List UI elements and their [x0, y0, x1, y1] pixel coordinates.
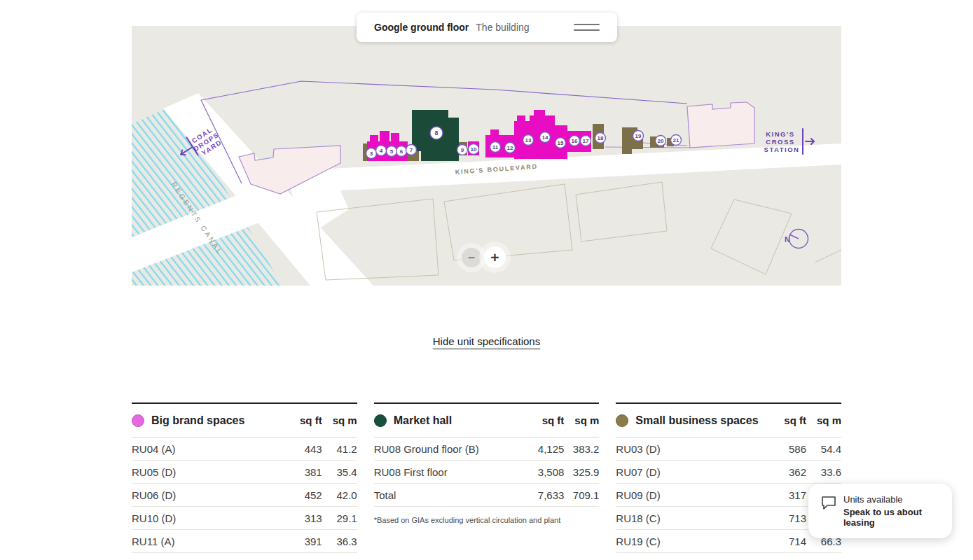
map-graphic: 3456789101112131415161718192021 COAL DRO… [132, 26, 841, 286]
unit-marker-20[interactable] [656, 136, 666, 146]
unit-sqft: 7,633 [516, 489, 564, 501]
unit-marker-5[interactable] [387, 146, 397, 157]
site-map[interactable]: 3456789101112131415161718192021 COAL DRO… [132, 26, 841, 286]
unit-sqft: 313 [275, 512, 322, 524]
unit-name: RU03 (D) [616, 443, 759, 455]
col-sqft: sq ft [516, 414, 564, 426]
spec-tables: Big brand spaces sq ft sq m RU04 (A)4434… [132, 402, 841, 560]
unit-sqft: 586 [759, 443, 806, 455]
kings-cross-station-label: KING'S CROSS STATION [764, 130, 800, 153]
menu-icon[interactable] [574, 24, 600, 31]
unit-name: RU09 (D) [616, 489, 759, 501]
unit-name: RU19 (C) [616, 536, 759, 547]
unit-sqft: 317 [759, 489, 806, 501]
table-row: RU03 (D)58654.4 [616, 438, 841, 461]
table-title: Big brand spaces [151, 414, 275, 427]
unit-sqm: 29.1 [322, 512, 357, 524]
col-sqft: sq ft [275, 414, 322, 426]
zoom-out-button[interactable]: − [462, 248, 481, 267]
table-row: RU06 (D)45242.0 [132, 484, 357, 507]
unit-name: RU04 (A) [132, 443, 275, 455]
spec-table-small-business: Small business spaces sq ft sq m RU03 (D… [616, 402, 841, 560]
unit-name: Total [374, 489, 517, 501]
table-row: RU12 (F)55251.3 [132, 553, 357, 560]
zoom-in-button[interactable]: + [484, 246, 506, 268]
unit-marker-15[interactable] [555, 138, 566, 148]
unit-marker-16[interactable] [570, 136, 580, 146]
unit-sqft: 4,125 [516, 443, 564, 455]
unit-marker-17[interactable] [581, 136, 591, 146]
unit-marker-21[interactable] [671, 135, 682, 146]
table-row: RU18 (C)713 [616, 507, 841, 530]
unit-name: RU08 Ground floor (B) [374, 443, 517, 455]
unit-marker-8[interactable] [430, 127, 443, 139]
unit-marker-13[interactable] [523, 135, 534, 146]
units-available-toast[interactable]: Units available Speak to us about leasin… [808, 484, 952, 538]
unit-sqm: 383.2 [564, 443, 599, 455]
unit-marker-6[interactable] [396, 146, 407, 157]
table-header: Big brand spaces sq ft sq m [132, 404, 357, 438]
floor-selector-bar[interactable]: Google ground floor The building [357, 13, 617, 42]
col-sqm: sq m [564, 414, 599, 426]
unit-marker-10[interactable] [469, 144, 479, 155]
table-row: RU04 (A)44341.2 [132, 438, 357, 461]
unit-name: RU18 (C) [616, 512, 759, 524]
col-sqm: sq m [322, 414, 357, 426]
unit-marker-4[interactable] [376, 146, 387, 156]
unit-marker-19[interactable] [633, 131, 644, 141]
unit-marker-7[interactable] [406, 145, 417, 155]
legend-dot [132, 414, 144, 427]
station-building [687, 102, 754, 148]
unit-sqft: 452 [275, 489, 322, 501]
table-title: Market hall [394, 414, 517, 427]
unit-sqft: 714 [759, 536, 806, 547]
zoom-in-glyph: + [490, 249, 499, 266]
table-row: RU20 (F)24622.9 [616, 553, 841, 560]
unit-name: RU11 (A) [132, 536, 275, 547]
unit-sqm: 709.1 [564, 489, 599, 501]
unit-marker-18[interactable] [595, 133, 606, 144]
table-row: RU11 (A)39136.3 [132, 530, 357, 553]
table-row: RU07 (D)36233.6 [616, 461, 841, 484]
unit-marker-12[interactable] [505, 143, 516, 153]
toast-title: Units available [843, 494, 942, 505]
col-sqm: sq m [806, 414, 841, 426]
unit-marker-9[interactable] [457, 145, 468, 155]
zoom-out-glyph: − [468, 251, 476, 265]
toast-subtitle: Speak to us about leasing [843, 507, 942, 528]
table-row: RU08 Ground floor (B)4,125383.2 [374, 438, 600, 461]
unit-sqft: 391 [275, 536, 322, 547]
table-row: RU09 (D)317 [616, 484, 841, 507]
unit-name: RU08 First floor [374, 466, 517, 478]
spec-table-big-brand: Big brand spaces sq ft sq m RU04 (A)4434… [132, 402, 357, 560]
unit-marker-14[interactable] [540, 132, 551, 143]
unit-sqm: 54.4 [806, 443, 841, 455]
speech-bubble-icon [821, 496, 836, 528]
unit-sqm: 33.6 [806, 466, 841, 478]
page: 3456789101112131415161718192021 COAL DRO… [0, 0, 973, 560]
unit-name: RU10 (D) [132, 512, 275, 524]
unit-name: RU05 (D) [132, 466, 275, 478]
table-footnote: *Based on GIAs excluding vertical circul… [374, 516, 600, 524]
unit-sqm: 36.3 [322, 536, 357, 547]
unit-marker-11[interactable] [490, 142, 501, 153]
unit-name: RU06 (D) [132, 489, 275, 501]
building-subtitle: The building [476, 22, 529, 33]
unit-sqft: 713 [759, 512, 806, 524]
table-header: Small business spaces sq ft sq m [616, 404, 841, 438]
table-row: RU19 (C)71466.3 [616, 530, 841, 553]
legend-dot [616, 414, 628, 427]
table-row: RU08 First floor3,508325.9 [374, 461, 600, 484]
unit-sqm: 41.2 [322, 443, 357, 455]
table-row: Total7,633709.1 [374, 484, 600, 507]
legend-dot [374, 414, 387, 427]
table-title: Small business spaces [635, 414, 759, 427]
table-row: RU05 (D)38135.4 [132, 461, 357, 484]
unit-sqft: 381 [275, 466, 322, 478]
unit-marker-3[interactable] [366, 148, 377, 159]
table-row: RU10 (D)31329.1 [132, 507, 357, 530]
unit-sqm: 35.4 [322, 466, 357, 478]
table-header: Market hall sq ft sq m [374, 404, 600, 438]
floor-title: Google ground floor [374, 22, 469, 33]
hide-specs-link[interactable]: Hide unit specifications [433, 335, 540, 347]
